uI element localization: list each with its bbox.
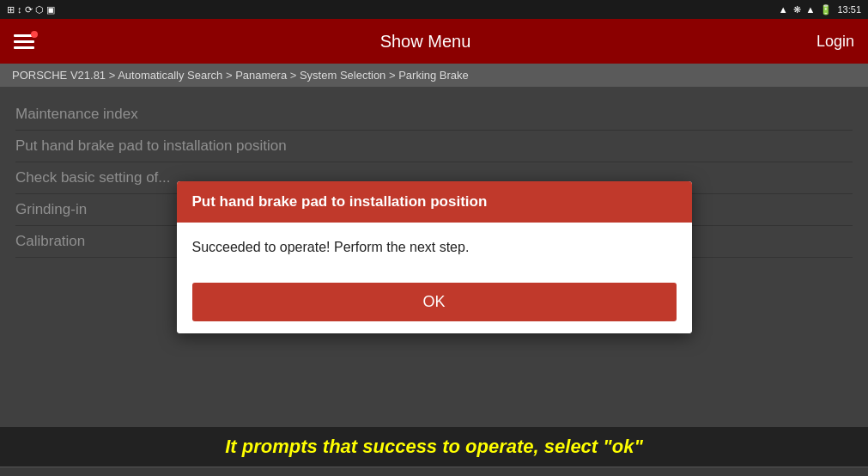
time-display: 13:51: [837, 4, 861, 15]
caption-text: It prompts that success to operate, sele…: [225, 436, 643, 458]
bottom-toolbar: 🚗 🖨: [0, 467, 868, 476]
bottom-caption: It prompts that success to operate, sele…: [0, 427, 868, 467]
breadcrumb: PORSCHE V21.81 > Automatically Search > …: [0, 64, 868, 87]
breadcrumb-text: PORSCHE V21.81 > Automatically Search > …: [12, 69, 469, 82]
ok-button[interactable]: OK: [192, 283, 677, 321]
modal-body: Succeeded to operate! Perform the next s…: [177, 223, 692, 283]
app-icons: ⊞ ↕ ⟳ ⬡ ▣: [7, 4, 55, 15]
hamburger-menu[interactable]: [14, 34, 34, 49]
nav-title: Show Menu: [380, 32, 471, 52]
modal-header: Put hand brake pad to installation posit…: [177, 181, 692, 223]
battery-icon: 🔋: [820, 4, 832, 15]
bluetooth-icon: ❋: [793, 4, 801, 15]
status-bar: ⊞ ↕ ⟳ ⬡ ▣ ▲ ❋ ▲ 🔋 13:51: [0, 0, 868, 19]
notification-dot: [31, 31, 38, 38]
main-content: Maintenance index Put hand brake pad to …: [0, 87, 868, 427]
signal-icon: ▲: [806, 4, 816, 15]
modal-message: Succeeded to operate! Perform the next s…: [192, 240, 470, 254]
login-button[interactable]: Login: [816, 33, 854, 51]
wifi-icon: ▲: [779, 4, 788, 15]
modal-overlay: Put hand brake pad to installation posit…: [0, 87, 868, 427]
status-bar-left: ⊞ ↕ ⟳ ⬡ ▣: [7, 4, 55, 15]
modal-dialog: Put hand brake pad to installation posit…: [177, 181, 692, 333]
modal-footer: OK: [177, 283, 692, 333]
modal-title: Put hand brake pad to installation posit…: [192, 193, 488, 210]
top-nav: Show Menu Login: [0, 19, 868, 64]
status-bar-right: ▲ ❋ ▲ 🔋 13:51: [779, 4, 861, 15]
